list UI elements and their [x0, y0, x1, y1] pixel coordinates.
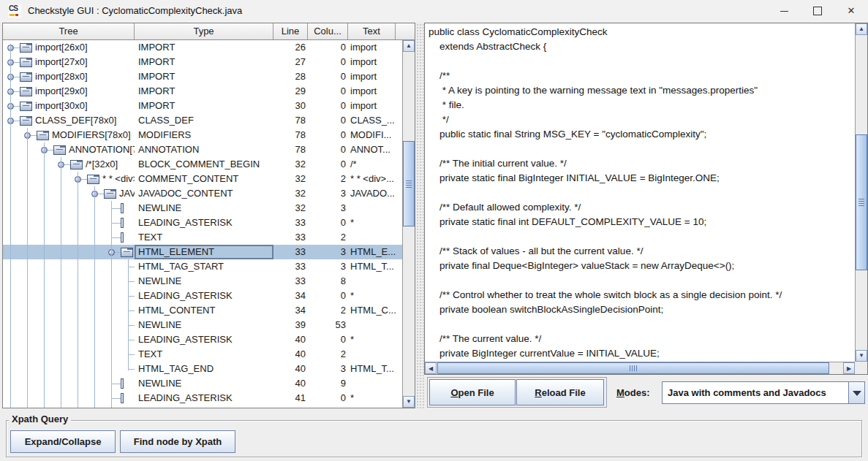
tree-row[interactable]: LEADING_ASTERISK 33 0 *: [3, 216, 402, 230]
tree-cell: [3, 347, 135, 362]
expanded-handle-icon[interactable]: [75, 176, 81, 183]
tree-row[interactable]: import[26x0] IMPORT 26 0 import: [3, 40, 402, 55]
folder-icon: [53, 145, 66, 155]
tree-row[interactable]: NEWLINE 33 8: [3, 274, 402, 289]
close-button[interactable]: ✕: [834, 0, 868, 22]
tree-row[interactable]: import[28x0] IMPORT 28 0 import: [3, 69, 402, 84]
maximize-button[interactable]: [801, 0, 834, 22]
collapsed-handle-icon[interactable]: [7, 74, 14, 80]
leaf-icon: [121, 218, 124, 228]
line-cell: 32: [273, 201, 308, 216]
tree-row[interactable]: LEADING_ASTERISK 41 0 *: [3, 391, 402, 405]
column-cell: 0: [308, 99, 348, 113]
tree-row[interactable]: TEXT 33 2: [3, 230, 402, 245]
tree-row[interactable]: LEADING_ASTERISK 40 0 *: [3, 332, 402, 347]
code-vertical-scrollbar[interactable]: ▲ ▼: [855, 23, 867, 362]
checkstyle-logo-icon: CS: [8, 4, 21, 18]
line-cell: 30: [273, 99, 308, 113]
combo-arrow-button[interactable]: [848, 382, 864, 403]
split-pane-divider[interactable]: [415, 23, 424, 408]
tree-row[interactable]: import[29x0] IMPORT 29 0 import: [3, 84, 402, 99]
tree-row[interactable]: ANNOTATION[78x0] ANNOTATION 78 0 ANNOT..…: [3, 142, 402, 157]
column-cell: 53: [308, 318, 348, 332]
code-scrollbar-thumb[interactable]: [856, 134, 867, 270]
reload-file-button[interactable]: Reload File: [516, 379, 604, 405]
expanded-handle-icon[interactable]: [7, 118, 14, 124]
tree-scrollbar-thumb[interactable]: [403, 141, 415, 226]
tree-node-label: import[30x0]: [35, 99, 88, 113]
text-cell: [348, 201, 402, 216]
tree-row[interactable]: * * <div> COMMENT_CONTENT 32 2 * * <div>…: [3, 172, 402, 186]
modes-label: Modes:: [616, 375, 650, 411]
tree-row[interactable]: TEXT 40 2: [3, 347, 402, 362]
tree-node-label: ANNOTATION[78x0]: [69, 142, 135, 157]
column-header-tree[interactable]: Tree: [3, 23, 135, 39]
collapsed-handle-icon[interactable]: [7, 45, 14, 51]
scroll-down-icon[interactable]: ▼: [856, 350, 867, 362]
line-cell: 40: [273, 376, 308, 391]
tree-row[interactable]: CLASS_DEF[78x0] CLASS_DEF 78 0 CLASS_...: [3, 113, 402, 128]
tree-row[interactable]: import[30x0] IMPORT 30 0 import: [3, 99, 402, 113]
tree-row[interactable]: NEWLINE 32 3: [3, 201, 402, 216]
tree-cell: [3, 376, 135, 391]
type-cell: ANNOTATION: [135, 142, 273, 157]
collapsed-handle-icon[interactable]: [7, 103, 14, 110]
open-file-button[interactable]: Open File: [429, 379, 516, 405]
file-buttons-group: Open File Reload File: [427, 377, 607, 408]
column-header-line[interactable]: Line: [273, 23, 308, 39]
text-cell: import: [348, 84, 402, 99]
expand-collapse-button[interactable]: Expand/Collapse: [10, 430, 116, 453]
find-node-by-xpath-button[interactable]: Find node by Xpath: [120, 430, 235, 453]
tree-vertical-scrollbar[interactable]: ▲ ▼: [402, 40, 415, 408]
tree-row[interactable]: LEADING_ASTERISK 34 0 *: [3, 289, 402, 303]
expanded-handle-icon[interactable]: [24, 132, 31, 139]
line-cell: 32: [273, 172, 308, 186]
tree-row[interactable]: HTML_CONTENT 34 2 HTML_C...: [3, 303, 402, 318]
tree-row[interactable]: HTML_TAG_END 40 3 HTML_T...: [3, 362, 402, 376]
tree-node-label: import[26x0]: [35, 40, 88, 55]
tree-cell: MODIFIERS[78x0]: [3, 128, 135, 142]
folder-icon: [104, 189, 116, 199]
collapsed-handle-icon[interactable]: [7, 88, 14, 95]
column-header-text[interactable]: Text: [348, 23, 396, 39]
tree-cell: [3, 318, 135, 332]
minimize-button[interactable]: [767, 0, 801, 22]
tree-row[interactable]: HTML_TAG_START 33 3 HTML_T...: [3, 259, 402, 274]
tree-row[interactable]: MODIFIERS[78x0] MODIFIERS 78 0 MODIFI...: [3, 128, 402, 142]
column-header-column[interactable]: Colu...: [308, 23, 348, 39]
line-cell: 78: [273, 128, 308, 142]
expanded-handle-icon[interactable]: [58, 161, 64, 168]
tree-node-label: * * <div>: [102, 172, 135, 186]
scroll-up-icon[interactable]: ▲: [403, 40, 415, 52]
type-cell: IMPORT: [135, 69, 273, 84]
text-cell: HTML_E...: [348, 245, 402, 259]
ast-tree-table: Tree Type Line Colu... Text import[26x0]…: [2, 23, 415, 408]
expanded-handle-icon[interactable]: [108, 249, 115, 256]
scroll-up-icon[interactable]: ▲: [856, 23, 867, 35]
source-code-view[interactable]: public class CyclomaticComplexityCheck e…: [426, 24, 854, 361]
folder-icon: [121, 248, 133, 257]
type-cell: IMPORT: [135, 84, 273, 99]
tree-cell: JAVADOC_CONTENT: [3, 186, 135, 201]
expanded-handle-icon[interactable]: [41, 147, 48, 153]
tree-row[interactable]: /*[32x0] BLOCK_COMMENT_BEGIN 32 0 /*: [3, 157, 402, 172]
scroll-right-icon[interactable]: ▶: [843, 362, 855, 374]
expanded-handle-icon[interactable]: [91, 191, 98, 197]
modes-combobox[interactable]: Java with comments and Javadocs: [662, 381, 865, 404]
column-cell: 0: [308, 40, 348, 55]
tree-row[interactable]: import[27x0] IMPORT 27 0 import: [3, 55, 402, 69]
scroll-down-icon[interactable]: ▼: [403, 396, 415, 408]
tree-row[interactable]: NEWLINE 40 9: [3, 376, 402, 391]
code-horizontal-scrollbar[interactable]: ◀ ▶: [425, 362, 855, 374]
tree-row[interactable]: NEWLINE 39 53: [3, 318, 402, 332]
column-cell: 3: [308, 186, 348, 201]
column-header-type[interactable]: Type: [135, 23, 273, 39]
tree-row[interactable]: HTML_ELEMENT 33 3 HTML_E...: [3, 245, 402, 259]
type-cell: LEADING_ASTERISK: [135, 391, 273, 405]
collapsed-handle-icon[interactable]: [7, 59, 14, 66]
scroll-left-icon[interactable]: ◀: [425, 362, 437, 374]
code-hscrollbar-thumb[interactable]: [437, 362, 829, 374]
tree-row[interactable]: JAVADOC_CONTENT JAVADOC_CONTENT 32 3 JAV…: [3, 186, 402, 201]
tree-node-label: /*[32x0]: [86, 157, 118, 172]
folder-icon: [20, 87, 32, 96]
